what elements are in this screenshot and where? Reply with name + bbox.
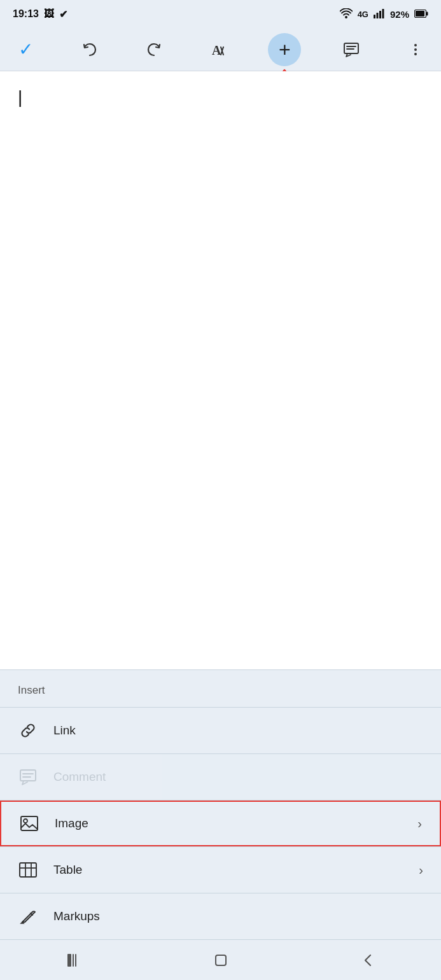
svg-point-17 (414, 48, 417, 51)
battery-display: 92% (390, 9, 409, 20)
undo-icon (81, 41, 99, 59)
svg-rect-24 (20, 863, 36, 877)
insert-panel: Insert Link Comment (0, 669, 441, 939)
link-label: Link (53, 724, 76, 738)
undo-button[interactable] (76, 36, 104, 64)
svg-point-16 (414, 44, 417, 46)
back-nav-button[interactable] (342, 946, 393, 974)
svg-text:A: A (212, 43, 221, 57)
add-button-wrap: + (268, 33, 301, 66)
recent-nav-button[interactable] (48, 946, 99, 974)
image-chevron-icon: › (417, 816, 422, 831)
svg-point-23 (24, 819, 27, 823)
markups-label: Markups (53, 909, 100, 923)
svg-rect-28 (67, 954, 71, 967)
more-button[interactable] (402, 36, 430, 64)
comment-button[interactable] (337, 36, 365, 64)
svg-rect-1 (374, 15, 375, 18)
svg-rect-31 (216, 955, 226, 965)
link-icon (18, 720, 38, 741)
check-status-icon: ✔ (59, 8, 67, 20)
svg-point-18 (414, 53, 417, 55)
status-bar-right: 4G 92% (340, 8, 428, 20)
signal-icon (374, 8, 385, 20)
svg-rect-29 (73, 954, 74, 967)
format-icon: A (209, 41, 227, 59)
svg-rect-6 (416, 11, 424, 17)
add-insert-button[interactable]: + (268, 33, 301, 66)
document-area[interactable]: | (0, 71, 441, 669)
insert-item-link[interactable]: Link (0, 708, 441, 753)
image-label: Image (55, 816, 88, 830)
home-nav-button[interactable] (195, 946, 246, 974)
more-icon (407, 41, 424, 59)
home-icon (212, 951, 230, 969)
svg-rect-4 (382, 9, 384, 18)
insert-item-image[interactable]: Image › (0, 801, 441, 846)
wifi-icon (340, 8, 353, 20)
redo-icon (145, 41, 163, 59)
nav-bar (0, 939, 441, 980)
svg-rect-2 (376, 13, 378, 18)
insert-header: Insert (0, 670, 441, 707)
svg-rect-19 (20, 770, 36, 781)
text-cursor: | (18, 87, 22, 107)
check-button[interactable]: ✓ (11, 36, 39, 64)
comment-icon (342, 41, 360, 59)
table-chevron-icon: › (419, 863, 423, 878)
svg-rect-22 (21, 816, 38, 830)
table-label: Table (53, 863, 82, 877)
plus-icon: + (279, 39, 291, 60)
comment-label: Comment (53, 770, 106, 784)
insert-item-comment: Comment (0, 754, 441, 800)
svg-point-0 (345, 16, 347, 18)
insert-item-table[interactable]: Table › (0, 847, 441, 893)
status-bar: 19:13 🖼 ✔ 4G 92% (0, 0, 441, 28)
toolbar: ✓ A + (0, 28, 441, 71)
image-list-icon (19, 813, 39, 834)
back-icon (359, 951, 377, 969)
image-status-icon: 🖼 (44, 8, 54, 20)
4g-icon: 4G (358, 10, 368, 19)
markups-list-icon (18, 906, 38, 927)
time-display: 19:13 (13, 8, 39, 20)
format-button[interactable]: A (204, 36, 232, 64)
recent-icon (65, 951, 83, 969)
status-bar-left: 19:13 🖼 ✔ (13, 8, 67, 20)
check-icon: ✓ (18, 39, 33, 60)
table-list-icon (18, 860, 38, 880)
comment-list-icon (18, 767, 38, 787)
insert-item-markups[interactable]: Markups (0, 893, 441, 939)
svg-rect-30 (75, 954, 76, 967)
battery-icon (414, 9, 428, 20)
svg-rect-3 (379, 11, 381, 18)
svg-rect-7 (426, 11, 428, 15)
svg-rect-13 (344, 43, 358, 53)
redo-button[interactable] (140, 36, 168, 64)
